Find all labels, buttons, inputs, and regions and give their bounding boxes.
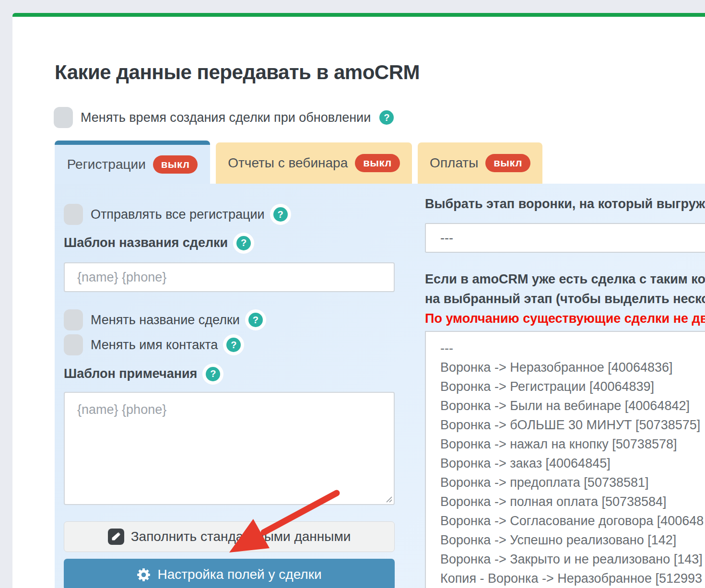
page-title: Какие данные передавать в amoCRM [55,61,420,84]
list-item[interactable]: Воронка -> Регистрации [40064839] [440,377,705,396]
change-deal-name-checkbox[interactable] [64,309,83,330]
list-item[interactable]: Воронка -> предоплата [50738581] [440,473,705,492]
tab-webinar-reports-label: Отчеты с вебинара [228,155,348,171]
help-icon[interactable]: ? [206,367,220,381]
settings-card: Какие данные передавать в amoCRM Менять … [12,13,705,588]
funnel-stage-select[interactable]: --- [425,223,705,253]
list-item[interactable]: Воронка -> полная оплата [50738584] [440,492,705,511]
note-template-textarea[interactable] [64,392,395,505]
funnel-stage-listbox[interactable]: --- Воронка -> Неразобранное [40064836] … [425,331,705,588]
change-contact-name-checkbox[interactable] [64,334,83,355]
change-deal-name-row: Менять название сделки ? [64,309,263,330]
funnel-stage-select-value: --- [440,231,453,246]
change-contact-name-row: Менять имя контакта ? [64,334,241,355]
help-icon[interactable]: ? [248,313,263,327]
change-deal-name-label: Менять название сделки [91,313,240,328]
note-template-wrap [64,392,395,505]
list-item[interactable]: Воронка -> Неразобранное [40064836] [440,358,705,377]
list-item[interactable]: Воронка -> бОЛЬШЕ 30 МИНУТ [50738575] [440,415,705,435]
deal-name-template-input[interactable] [64,262,395,292]
change-deal-time-label: Менять время создания сделки при обновле… [81,110,371,125]
existing-deal-info-line2: на выбранный этап (чтобы выделить нескол [425,289,705,309]
deal-name-template-label: Шаблон названия сделки [64,235,228,250]
configure-deal-fields-button[interactable]: Настройка полей у сделки [64,559,395,588]
send-all-registrations-row: Отправлять все регистрации ? [64,204,288,225]
configure-deal-fields-label: Настройка полей у сделки [157,567,321,582]
send-all-registrations-checkbox[interactable] [64,204,83,225]
change-deal-time-checkbox[interactable] [54,107,73,128]
list-item[interactable]: Воронка -> Успешно реализовано [142] [440,530,705,550]
status-badge-off: выкл [355,154,400,172]
status-badge-off: выкл [485,154,530,172]
tab-bar: Регистрации выкл Отчеты с вебинара выкл … [55,141,542,184]
fill-defaults-label: Заполнить стандартными данными [131,529,351,544]
fill-defaults-button[interactable]: Заполнить стандартными данными [64,521,395,552]
list-item[interactable]: Воронка -> Закрыто и не реализовано [143… [440,550,705,569]
status-badge-off: выкл [153,155,198,174]
list-item[interactable]: Воронка -> Согласование договора [400648 [440,511,705,530]
existing-deal-info-line1: Если в amoCRM уже есть сделка с таким ко… [425,270,705,289]
existing-deal-info: Если в amoCRM уже есть сделка с таким ко… [425,270,705,329]
deal-name-template-label-row: Шаблон названия сделки ? [64,235,251,250]
change-deal-time-row: Менять время создания сделки при обновле… [54,107,394,128]
list-item[interactable]: --- [440,339,705,358]
note-template-label-row: Шаблон примечания ? [64,366,220,381]
tab-payments-label: Оплаты [430,155,478,171]
pencil-icon [108,529,124,545]
list-item[interactable]: Воронка -> нажал на кнопку [50738578] [440,435,705,454]
help-icon[interactable]: ? [379,110,394,125]
change-contact-name-label: Менять имя контакта [91,338,218,353]
help-icon[interactable]: ? [226,338,241,352]
send-all-registrations-label: Отправлять все регистрации [91,207,265,222]
help-icon[interactable]: ? [273,207,288,222]
tab-payments[interactable]: Оплаты выкл [418,142,542,184]
list-item[interactable]: Воронка -> заказ [40064845] [440,454,705,473]
gear-icon [137,568,151,582]
registrations-tab-panel: Отправлять все регистрации ? Шаблон назв… [55,184,705,588]
tab-registrations[interactable]: Регистрации выкл [55,141,210,184]
resize-handle-icon[interactable] [385,495,392,503]
tab-webinar-reports[interactable]: Отчеты с вебинара выкл [216,142,412,184]
tab-registrations-label: Регистрации [67,157,146,172]
list-item[interactable]: Воронка -> Были на вебинаре [40064842] [440,396,705,415]
help-icon[interactable]: ? [236,236,251,250]
list-item[interactable]: Копия - Воронка -> Неразобранное [512993 [440,569,705,588]
existing-deal-warning: По умолчанию существующие сделки не дви [425,309,705,329]
funnel-stage-label: Выбрать этап воронки, на который выгружа [425,197,705,212]
note-template-label: Шаблон примечания [64,366,197,381]
